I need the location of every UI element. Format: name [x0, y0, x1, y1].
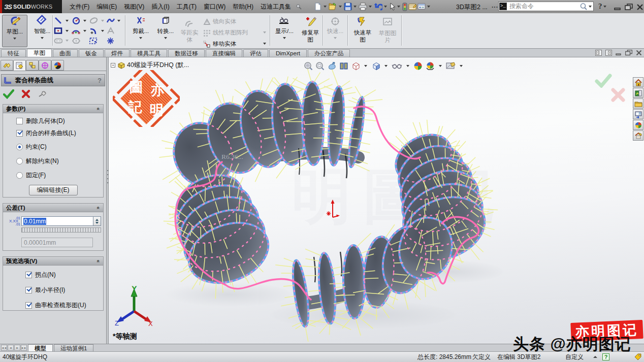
minimize-button[interactable] [614, 4, 621, 10]
fillet-tool-dropdown[interactable] [101, 30, 104, 32]
convert-entities-button[interactable]: 转换... [154, 15, 177, 47]
arc-tool-dropdown[interactable] [83, 30, 86, 32]
search-scope-icon[interactable]: >_ [499, 3, 507, 10]
search-icon[interactable] [579, 3, 588, 11]
save-dropdown[interactable] [353, 6, 357, 8]
zoom-area-button[interactable] [315, 61, 325, 71]
view-orientation-dropdown[interactable] [364, 65, 367, 67]
file-explorer-tab-button[interactable] [633, 109, 643, 119]
constrained-option[interactable]: 约束(C) [16, 143, 103, 151]
dimxpert-manager-tab[interactable] [39, 60, 51, 71]
tab-surfaces[interactable]: 曲面 [53, 49, 78, 57]
trim-dropdown[interactable] [139, 37, 142, 39]
curvature-comb-checkbox[interactable] [25, 302, 32, 309]
rectangle-tool-icon[interactable] [54, 27, 62, 35]
toolbar-overflow[interactable]: ... [492, 2, 498, 9]
tolerance-slider[interactable] [21, 227, 101, 233]
doc-close-icon[interactable] [636, 50, 642, 56]
inflection-points-option[interactable]: 拐点(N) [25, 271, 103, 279]
tab-features[interactable]: 特征 [1, 49, 26, 57]
move-entities-button[interactable]: 移动实体 [203, 40, 236, 48]
cancel-button[interactable] [21, 89, 30, 98]
circle-tool-dropdown[interactable] [83, 20, 86, 22]
scroll-first-icon[interactable]: ◄◄ [1, 345, 7, 351]
ellipse-tool-icon[interactable] [89, 17, 98, 24]
inflection-points-checkbox[interactable] [25, 272, 32, 278]
unconstrained-option[interactable]: 解除约束(N) [16, 157, 103, 166]
undo-button[interactable] [373, 1, 383, 12]
feature-manager-tab[interactable] [1, 60, 13, 71]
slot-tool-icon[interactable] [54, 37, 62, 45]
view-settings-button[interactable] [446, 62, 456, 71]
tab-office-products[interactable]: 办公室产品 [308, 49, 350, 57]
rebuild-button[interactable] [402, 1, 408, 12]
confirm-ok-icon[interactable] [595, 74, 612, 88]
curvature-comb-option[interactable]: 曲率检查梳形图(U) [25, 301, 103, 310]
property-manager-tab[interactable] [13, 60, 26, 71]
tab-sketch[interactable]: 草图 [27, 49, 52, 57]
zoom-fit-button[interactable] [304, 61, 313, 71]
closed-spline-option[interactable]: 闭合的样条曲线(L) [16, 129, 103, 138]
search-box[interactable]: >_ 搜索命令 [498, 2, 594, 11]
open-button[interactable] [328, 1, 338, 12]
tree-expand-icon[interactable]: + [111, 63, 115, 68]
tolerance-header[interactable]: 公差(T)« [3, 204, 103, 212]
hide-show-dropdown[interactable] [406, 65, 409, 67]
constrained-radio[interactable] [16, 144, 23, 150]
polygon-tool-icon[interactable] [72, 37, 80, 45]
sketch-button[interactable]: 草图... [2, 15, 27, 47]
rectangle-tool-dropdown[interactable] [66, 30, 69, 32]
open-dropdown[interactable] [339, 6, 342, 8]
section-view-button[interactable] [339, 61, 348, 71]
undo-dropdown[interactable] [384, 6, 387, 8]
view-settings-dropdown[interactable] [460, 65, 463, 67]
model-tab[interactable]: 模型 [28, 344, 53, 351]
confirm-cancel-icon[interactable] [610, 88, 626, 102]
options-button[interactable] [417, 1, 426, 12]
fixed-radio[interactable] [16, 172, 23, 179]
restore-button[interactable] [625, 4, 633, 10]
configuration-manager-tab[interactable] [26, 60, 39, 71]
status-expand-icon[interactable] [593, 356, 597, 358]
print-dropdown[interactable] [369, 6, 372, 8]
arc-tool-icon[interactable] [72, 27, 80, 35]
smart-dimension-dropdown[interactable] [41, 37, 44, 39]
smart-dimension-button[interactable]: 智能... [29, 15, 55, 47]
select-button[interactable] [389, 1, 396, 12]
fillet-tool-icon[interactable] [89, 27, 98, 35]
menu-edit[interactable]: 编辑(E) [93, 0, 120, 13]
tab-evaluate[interactable]: 评估 [243, 49, 268, 57]
unconstrained-radio[interactable] [16, 158, 23, 164]
display-manager-tab[interactable] [51, 60, 64, 71]
scroll-last-icon[interactable]: ►► [21, 345, 27, 351]
tab-direct-editing[interactable]: 直接编辑 [206, 49, 242, 57]
select-dropdown[interactable] [397, 6, 400, 8]
minimum-radius-checkbox[interactable] [25, 287, 32, 293]
delete-geometry-checkbox[interactable] [16, 118, 23, 124]
point-tool-icon[interactable] [106, 37, 115, 45]
hide-show-items-button[interactable] [392, 62, 403, 70]
circle-tool-icon[interactable] [72, 17, 80, 24]
menu-pin-icon[interactable] [296, 4, 302, 10]
collapse-pane-left-icon[interactable] [595, 50, 602, 56]
pm-help-icon[interactable]: ? [98, 77, 102, 84]
menu-tools[interactable]: 工具(T) [173, 0, 200, 13]
edit-chaining-button[interactable]: 编辑链接(E) [29, 185, 78, 195]
options-dropdown[interactable] [427, 6, 430, 8]
spline-tool-dropdown[interactable] [117, 20, 120, 22]
menu-view[interactable]: 视图(V) [120, 0, 148, 13]
display-style-button[interactable] [371, 61, 381, 71]
doc-restore-icon[interactable] [625, 50, 632, 56]
fixed-option[interactable]: 固定(F) [16, 171, 103, 180]
help-icon[interactable]: ? [598, 2, 602, 11]
file-properties-button[interactable] [408, 1, 417, 12]
menu-help[interactable]: 帮助(H) [229, 0, 257, 13]
tab-weldments[interactable]: 焊件 [105, 49, 130, 57]
menu-maidi-tools[interactable]: 迈迪工具集 [257, 0, 295, 13]
motion-study-tab[interactable]: 运动算例1 [54, 344, 93, 351]
tolerance-spinner[interactable] [93, 216, 101, 226]
rapid-sketch-button[interactable]: 快速草图 [350, 29, 375, 43]
tab-data-migration[interactable]: 数据迁移 [168, 49, 205, 57]
scroll-prev-icon[interactable]: ◄ [8, 345, 14, 351]
scroll-next-icon[interactable]: ► [14, 345, 20, 351]
